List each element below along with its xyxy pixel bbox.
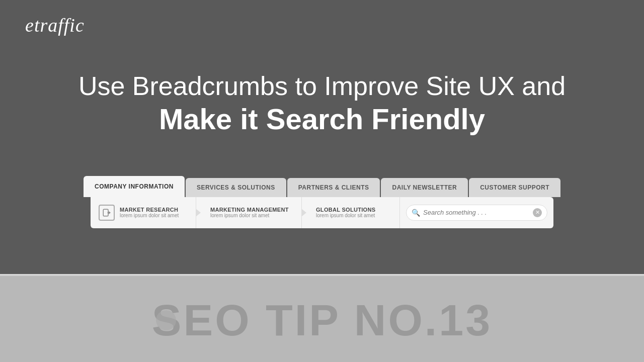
search-clear-button[interactable]: ✕ (533, 208, 542, 217)
search-icon: 🔍 (412, 209, 420, 217)
headline-line2: Make it Search Friendly (78, 102, 566, 137)
logo-text: etraffic (25, 15, 85, 36)
submenu-item-global-solutions[interactable]: GLOBAL SOLUTIONS lorem ipsum dolor sit a… (302, 197, 400, 228)
tab-daily-newsletter[interactable]: DAILY NEWSLETTER (381, 178, 468, 197)
submenu-item-market-research[interactable]: MARKET RESEARCH lorem ipsum dolor sit am… (91, 197, 196, 228)
arrow-in-box-icon (102, 208, 111, 217)
bottom-section: SEO TIP NO.13 (0, 276, 644, 362)
headline-line1: Use Breadcrumbs to Improve Site UX and (78, 70, 566, 102)
tab-company-information[interactable]: COMPANY INFORMATION (84, 176, 185, 197)
submenu-arrow-1 (196, 209, 201, 217)
headline-area: Use Breadcrumbs to Improve Site UX and M… (78, 70, 566, 137)
login-icon (99, 205, 115, 221)
market-research-texts: MARKET RESEARCH lorem ipsum dolor sit am… (120, 207, 179, 218)
nav-tabs: COMPANY INFORMATION SERVICES & SOLUTIONS… (91, 176, 553, 197)
search-area: 🔍 ✕ (400, 205, 553, 221)
tab-partners-clients[interactable]: PARTNERS & CLIENTS (287, 178, 380, 197)
submenu-arrow-2 (301, 209, 306, 217)
top-section: etraffic Use Breadcrumbs to Improve Site… (0, 0, 644, 274)
global-solutions-texts: GLOBAL SOLUTIONS lorem ipsum dolor sit a… (316, 207, 375, 218)
seo-tip-text: SEO TIP NO.13 (152, 295, 492, 346)
marketing-management-texts: MARKETING MANAGEMENT lorem ipsum dolor s… (210, 207, 289, 218)
search-input[interactable] (423, 209, 533, 216)
logo: etraffic (25, 14, 85, 36)
tab-services-solutions[interactable]: SERVICES & SOLUTIONS (186, 178, 286, 197)
search-box: 🔍 ✕ (406, 205, 547, 221)
submenu-item-marketing-management[interactable]: MARKETING MANAGEMENT lorem ipsum dolor s… (196, 197, 302, 228)
tab-customer-support[interactable]: CUSTOMER SUPPORT (469, 178, 560, 197)
submenu-container: MARKET RESEARCH lorem ipsum dolor sit am… (91, 197, 553, 228)
decorative-circle (156, 310, 176, 330)
